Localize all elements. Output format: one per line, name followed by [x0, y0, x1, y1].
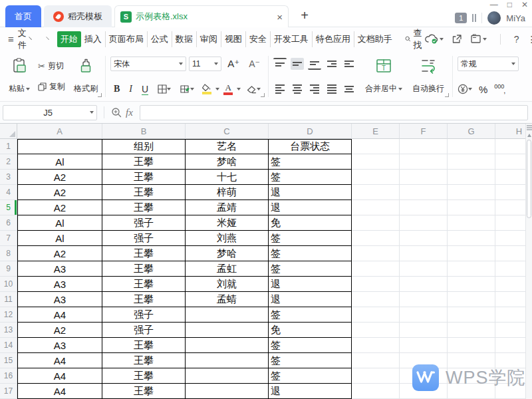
ribbon-tab-home[interactable]: 开始	[57, 31, 81, 47]
column-header[interactable]: F	[400, 124, 448, 139]
cell[interactable]: A4	[17, 368, 102, 384]
cell[interactable]	[352, 261, 400, 277]
align-middle-icon[interactable]	[291, 58, 304, 70]
cell[interactable]	[495, 261, 525, 277]
cell[interactable]	[448, 292, 495, 307]
quick-access-chevron-icon[interactable]	[46, 37, 49, 40]
row-header[interactable]: 9	[0, 261, 17, 277]
cell[interactable]	[495, 384, 525, 399]
cell[interactable]	[400, 261, 448, 277]
cell[interactable]: A3	[17, 338, 102, 353]
tab-document[interactable]: S 示例表格.xlsx ×	[114, 5, 289, 27]
cell[interactable]: 梦啥	[186, 154, 269, 170]
cell[interactable]: 签	[269, 246, 352, 261]
tab-home[interactable]: 首页	[5, 5, 41, 27]
row-header[interactable]: 8	[0, 246, 17, 261]
cell[interactable]	[495, 200, 525, 215]
cell[interactable]: 强子	[102, 231, 186, 246]
cell[interactable]	[352, 277, 400, 292]
cell[interactable]: 免	[269, 323, 352, 338]
fx-icon[interactable]: fx	[126, 107, 133, 118]
cell[interactable]: A4	[17, 353, 102, 368]
cell[interactable]	[352, 338, 400, 353]
new-window-button[interactable]	[470, 34, 487, 44]
merge-center-button[interactable]: T 合并居中	[360, 55, 408, 98]
row-header[interactable]: 10	[0, 277, 17, 292]
cell[interactable]: Al	[17, 154, 102, 170]
row-header[interactable]: 6	[0, 215, 17, 231]
cell[interactable]	[495, 338, 525, 353]
cell[interactable]: 梓萌	[186, 185, 269, 200]
cut-button[interactable]: ✂ 剪切	[36, 59, 67, 73]
close-tab-icon[interactable]: ×	[277, 11, 283, 23]
cell[interactable]	[400, 338, 448, 353]
wrap-text-button[interactable]: 自动换行	[408, 55, 449, 98]
cloud-sync-button[interactable]	[425, 34, 444, 44]
column-header[interactable]: E	[352, 124, 400, 139]
cell[interactable]	[448, 215, 495, 231]
cell[interactable]: Al	[17, 231, 102, 246]
cell[interactable]: 梦哈	[186, 246, 269, 261]
number-format-select[interactable]: 常规	[458, 57, 519, 71]
cell[interactable]	[400, 170, 448, 185]
cell[interactable]	[400, 246, 448, 261]
cell[interactable]	[448, 246, 495, 261]
ribbon-tab-security[interactable]: 安全	[245, 31, 270, 47]
cell[interactable]: 签	[269, 307, 352, 323]
cell[interactable]	[352, 154, 400, 170]
cell[interactable]: 王攀	[102, 353, 186, 368]
decrease-indent-icon[interactable]	[325, 58, 338, 70]
cell[interactable]: Al	[17, 215, 102, 231]
cell[interactable]	[448, 338, 495, 353]
align-top-icon[interactable]	[273, 58, 287, 70]
column-header[interactable]: D	[269, 124, 352, 139]
ribbon-tab-view[interactable]: 视图	[221, 31, 245, 47]
increase-font-button[interactable]: A⁺	[224, 58, 243, 70]
cell[interactable]: A2	[17, 185, 102, 200]
column-header[interactable]: B	[102, 124, 186, 139]
cell[interactable]	[400, 384, 448, 399]
cell[interactable]: A3	[17, 292, 102, 307]
cell[interactable]	[352, 185, 400, 200]
cell[interactable]	[400, 139, 448, 154]
cell[interactable]	[352, 307, 400, 323]
cell[interactable]: 王攀	[102, 292, 186, 307]
column-header[interactable]: H	[495, 124, 525, 139]
row-header[interactable]: 13	[0, 323, 17, 338]
cell[interactable]	[352, 200, 400, 215]
cell[interactable]: 王攀	[102, 154, 186, 170]
row-header[interactable]: 16	[0, 368, 17, 384]
cell[interactable]	[495, 323, 525, 338]
cell[interactable]: 退	[269, 185, 352, 200]
row-header[interactable]: 12	[0, 307, 17, 323]
share-button[interactable]	[452, 34, 462, 44]
scrollbar-thumb[interactable]	[527, 140, 531, 218]
copy-button[interactable]: 复制	[36, 80, 67, 94]
cell[interactable]	[495, 231, 525, 246]
cell[interactable]	[352, 292, 400, 307]
cell[interactable]	[352, 139, 400, 154]
ribbon-tab-special-apps[interactable]: 特色应用	[312, 31, 354, 47]
chevron-down-icon[interactable]	[29, 37, 32, 40]
cell[interactable]: 强子	[102, 323, 186, 338]
cell[interactable]	[448, 323, 495, 338]
cell[interactable]: 签	[269, 353, 352, 368]
cell[interactable]	[448, 368, 495, 384]
row-header[interactable]: 1	[0, 139, 17, 154]
ribbon-tab-doc-assistant[interactable]: 文档助手	[354, 31, 396, 47]
bold-button[interactable]: B	[110, 84, 123, 94]
cell[interactable]	[448, 384, 495, 399]
cell[interactable]	[352, 353, 400, 368]
formula-input[interactable]	[140, 105, 528, 120]
format-painter-button[interactable]: 格式刷	[68, 55, 103, 98]
font-name-select[interactable]: 宋体	[110, 57, 186, 71]
dropdown-arrow-icon[interactable]	[215, 88, 219, 92]
minimize-icon[interactable]: —	[490, 0, 498, 9]
cell[interactable]: A2	[17, 246, 102, 261]
align-bottom-icon[interactable]	[308, 58, 321, 70]
cell[interactable]: 艺名	[186, 139, 269, 154]
cell[interactable]	[448, 353, 495, 368]
cell[interactable]: 台票状态	[269, 139, 352, 154]
cell[interactable]: 签	[269, 170, 352, 185]
paste-button[interactable]: 粘贴	[4, 55, 35, 98]
